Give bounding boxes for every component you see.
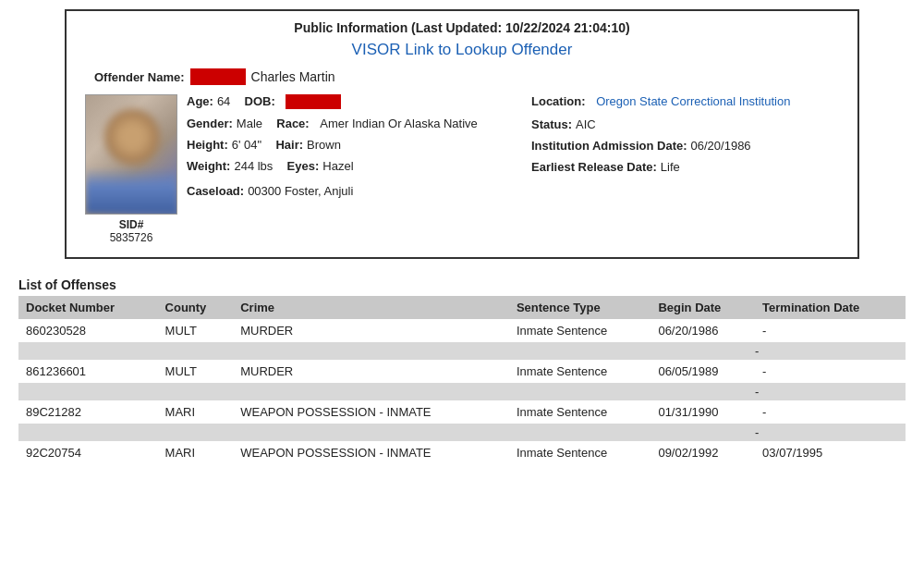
- spacer-cell: [650, 383, 755, 400]
- col-begin-date: Begin Date: [650, 296, 755, 319]
- left-details: Age: 64 DOB: Gender: Male Race: A: [187, 94, 504, 244]
- gender-label: Gender:: [187, 117, 233, 130]
- offender-name-row: Offender Name: Charles Martin: [85, 68, 839, 85]
- release-label: Earliest Release Date:: [531, 160, 657, 174]
- table-cell: 92C20754: [18, 441, 158, 464]
- dob-redacted-block: [286, 94, 341, 109]
- spacer-cell: [233, 342, 509, 360]
- race-label: Race:: [276, 117, 309, 130]
- table-cell: 06/20/1986: [650, 319, 755, 342]
- status-value: AIC: [576, 117, 596, 131]
- offenses-table-header: Docket Number County Crime Sentence Type…: [18, 296, 906, 319]
- table-cell: Inmate Sentence: [509, 441, 651, 464]
- table-cell: WEAPON POSSESSION - INMATE: [233, 400, 509, 424]
- offender-name-label: Offender Name:: [94, 70, 185, 84]
- release-row: Earliest Release Date: Life: [531, 160, 839, 174]
- location-value: Oregon State Correctional Institution: [596, 94, 790, 110]
- hair-label: Hair:: [275, 138, 303, 152]
- offenses-spacer-row: -: [18, 424, 906, 441]
- public-info-title: Public Information (Last Updated: 10/22/…: [85, 20, 839, 35]
- offender-photo: [85, 94, 177, 215]
- admission-value: 06/20/1986: [691, 139, 751, 153]
- col-county: County: [158, 296, 234, 319]
- table-cell: Inmate Sentence: [509, 319, 651, 342]
- table-cell: 860230528: [18, 319, 158, 342]
- offender-name-value: Charles Martin: [251, 69, 335, 84]
- name-redacted-block: [190, 68, 246, 85]
- eyes-label: Eyes:: [287, 159, 320, 173]
- table-cell: 03/07/1995: [755, 441, 906, 464]
- table-cell: MARI: [158, 441, 234, 464]
- details-section: Age: 64 DOB: Gender: Male Race: A: [187, 94, 839, 244]
- offenses-section: List of Offenses Docket Number County Cr…: [18, 277, 906, 464]
- card-body: SID# 5835726 Age: 64 DOB:: [85, 94, 839, 244]
- table-row: 92C20754MARIWEAPON POSSESSION - INMATEIn…: [18, 441, 906, 464]
- photo-section: SID# 5835726: [85, 94, 177, 244]
- table-cell: MURDER: [233, 319, 509, 342]
- col-docket: Docket Number: [18, 296, 158, 319]
- offenses-table: Docket Number County Crime Sentence Type…: [18, 296, 906, 464]
- offender-card: Public Information (Last Updated: 10/22/…: [65, 9, 859, 259]
- hair-value: Brown: [307, 138, 341, 152]
- table-cell: -: [755, 400, 906, 424]
- table-row: 89C21282MARIWEAPON POSSESSION - INMATEIn…: [18, 400, 906, 424]
- status-row: Status: AIC: [531, 117, 839, 131]
- spacer-cell: [233, 424, 509, 441]
- table-cell: WEAPON POSSESSION - INMATE: [233, 441, 509, 464]
- admission-row: Institution Admission Date: 06/20/1986: [531, 139, 839, 153]
- sid-section: SID# 5835726: [110, 218, 153, 244]
- offenses-header-row: Docket Number County Crime Sentence Type…: [18, 296, 906, 319]
- col-sentence-type: Sentence Type: [509, 296, 651, 319]
- visor-link[interactable]: VISOR Link to Lookup Offender: [352, 41, 573, 58]
- height-hair-row: Height: 6' 04" Hair: Brown: [187, 138, 504, 152]
- page-wrapper: Public Information (Last Updated: 10/22/…: [0, 0, 924, 473]
- height-label: Height:: [187, 138, 228, 152]
- table-cell: 89C21282: [18, 400, 158, 424]
- weight-eyes-row: Weight: 244 lbs Eyes: Hazel: [187, 159, 504, 173]
- visor-link-container[interactable]: VISOR Link to Lookup Offender: [85, 41, 839, 59]
- offenses-spacer-row: -: [18, 383, 906, 400]
- caseload-row: Caseload: 00300 Foster, Anjuli: [187, 184, 504, 198]
- admission-label: Institution Admission Date:: [531, 139, 687, 153]
- spacer-cell: [509, 342, 651, 360]
- age-value: 64: [217, 94, 230, 108]
- table-cell: 861236601: [18, 360, 158, 383]
- spacer-cell: [18, 383, 158, 400]
- spacer-cell: [509, 383, 651, 400]
- spacer-cell: [233, 383, 509, 400]
- spacer-cell: [18, 342, 158, 360]
- spacer-cell: -: [755, 424, 906, 441]
- age-row: Age: 64 DOB:: [187, 94, 504, 109]
- table-cell: Inmate Sentence: [509, 360, 651, 383]
- spacer-cell: [650, 424, 755, 441]
- gender-value: Male: [237, 117, 262, 130]
- table-cell: 01/31/1990: [650, 400, 755, 424]
- caseload-label: Caseload:: [187, 184, 244, 198]
- offenses-spacer-row: -: [18, 342, 906, 360]
- race-value: Amer Indian Or Alaska Native: [320, 117, 478, 130]
- height-value: 6' 04": [232, 138, 261, 152]
- table-row: 861236601MULTMURDERInmate Sentence06/05/…: [18, 360, 906, 383]
- weight-value: 244 lbs: [234, 159, 273, 173]
- table-cell: -: [755, 360, 906, 383]
- col-termination-date: Termination Date: [755, 296, 906, 319]
- spacer-cell: [509, 424, 651, 441]
- spacer-cell: [650, 342, 755, 360]
- age-label: Age:: [187, 94, 213, 108]
- right-details: Location: Oregon State Correctional Inst…: [522, 94, 839, 244]
- status-label: Status:: [531, 117, 572, 131]
- table-cell: 09/02/1992: [650, 441, 755, 464]
- release-value: Life: [661, 160, 680, 174]
- col-crime: Crime: [233, 296, 509, 319]
- table-cell: Inmate Sentence: [509, 400, 651, 424]
- spacer-cell: [158, 383, 234, 400]
- spacer-cell: [158, 342, 234, 360]
- offenses-tbody: 860230528MULTMURDERInmate Sentence06/20/…: [18, 319, 906, 464]
- spacer-cell: -: [755, 383, 906, 400]
- location-row: Location: Oregon State Correctional Inst…: [531, 94, 839, 110]
- spacer-cell: [18, 424, 158, 441]
- location-label: Location:: [531, 94, 586, 108]
- table-cell: MARI: [158, 400, 234, 424]
- table-cell: MULT: [158, 360, 234, 383]
- gender-race-row: Gender: Male Race: Amer Indian Or Alaska…: [187, 117, 504, 130]
